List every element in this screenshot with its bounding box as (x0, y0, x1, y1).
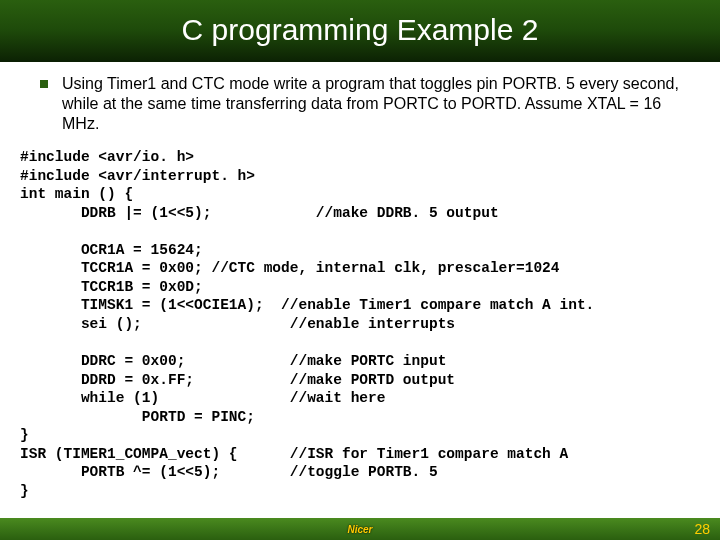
slide-title: C programming Example 2 (182, 13, 539, 47)
footer-logo: Nicer (347, 524, 372, 535)
bullet-item: Using Timer1 and CTC mode write a progra… (0, 62, 720, 142)
code-block: #include <avr/io. h> #include <avr/inter… (0, 142, 720, 500)
bullet-icon (40, 80, 48, 88)
title-bar: C programming Example 2 (0, 0, 720, 62)
page-number: 28 (694, 521, 710, 537)
footer-bar: Nicer 28 (0, 518, 720, 540)
bullet-text: Using Timer1 and CTC mode write a progra… (62, 74, 692, 134)
